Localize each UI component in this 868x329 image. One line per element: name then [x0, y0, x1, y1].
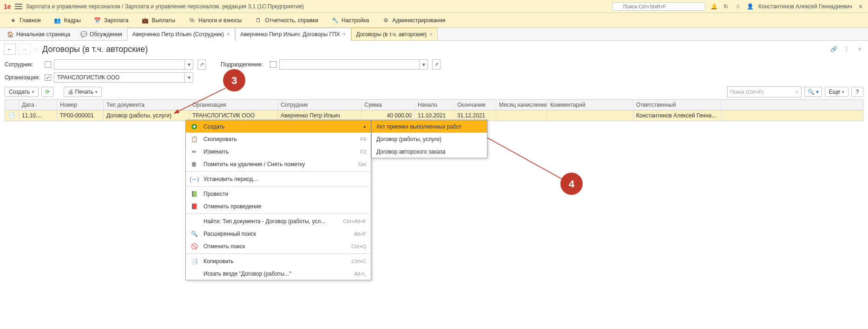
menu-otchet[interactable]: 🗒Отчетность, справки [248, 13, 325, 27]
nav-forward-button[interactable]: → [19, 44, 31, 55]
menu-admin[interactable]: ⚙Администрирование [375, 13, 452, 27]
table-header: Дата↓ Номер Тип документа Организация Со… [5, 100, 863, 110]
table: Дата↓ Номер Тип документа Организация Со… [5, 99, 863, 121]
col-org[interactable]: Организация [190, 100, 278, 110]
logo-1c: 1e [4, 3, 11, 10]
close-icon[interactable]: × [429, 31, 433, 38]
menu-vyplaty[interactable]: 💼Выплаты [135, 13, 182, 27]
menu-main[interactable]: ★Главное [3, 13, 47, 27]
home-icon: 🏠 [7, 31, 13, 38]
toolbar: Создать▾ ⟳ 🖨Печать▾ Поиск (Ctrl+F)× 🔍▾ Е… [0, 84, 868, 99]
col-month[interactable]: Месяц начисления [496, 100, 547, 110]
row-status-icon: 📄 [5, 110, 19, 121]
global-search-input[interactable] [612, 2, 705, 11]
filter-subdiv-label: Подразделение: [221, 61, 267, 68]
menu-nalogi[interactable]: %Налоги и взносы [182, 13, 248, 27]
list-search-input[interactable]: Поиск (Ctrl+F)× [727, 86, 802, 97]
report-icon: 🗒 [255, 17, 262, 24]
menu-collapse-icon[interactable]: ≡ [857, 3, 864, 10]
print-button[interactable]: 🖨Печать▾ [64, 87, 102, 97]
tab-home[interactable]: 🏠 Начальная страница [2, 28, 75, 40]
menu-kadry[interactable]: 👥Кадры [47, 13, 87, 27]
filter-employee-checkbox[interactable] [45, 61, 51, 68]
favorite-icon[interactable]: ☆ [33, 45, 39, 53]
filters: Сотрудник: .▾ ↗ Подразделение: .▾ ↗ Орга… [0, 58, 868, 84]
history-icon[interactable]: ↻ [722, 3, 730, 10]
user-name[interactable]: Константинов Алексей Геннадиевич [758, 3, 852, 10]
wallet-icon: 💼 [141, 17, 149, 24]
more-button[interactable]: Еще▾ [825, 87, 848, 97]
chat-icon: 💬 [80, 31, 87, 38]
filter-subdiv-checkbox[interactable] [270, 61, 276, 68]
col-date[interactable]: Дата↓ [19, 100, 57, 110]
gear-icon: ⚙ [382, 17, 389, 24]
calendar-icon: 📅 [94, 17, 101, 24]
find-button[interactable]: 🔍▾ [804, 87, 822, 97]
refresh-button[interactable]: ⟳ [41, 87, 53, 97]
filter-org-checkbox[interactable] [45, 74, 51, 81]
tab-contracts[interactable]: Договоры (в т.ч. авторские)× [351, 28, 438, 41]
tab-discussions[interactable]: 💬 Обсуждения [75, 28, 127, 40]
close-icon[interactable]: × [227, 31, 230, 38]
sub-act[interactable]: Акт приемки выполненных работ [372, 120, 487, 121]
menu-zarplata[interactable]: 📅Зарплата [87, 13, 135, 27]
help-button[interactable]: ? [851, 87, 863, 97]
close-icon[interactable]: × [343, 31, 346, 38]
user-icon[interactable]: 👤 [746, 3, 754, 10]
page-title: Договоры (в т.ч. авторские) [42, 45, 148, 54]
page-head: ← → ☆ Договоры (в т.ч. авторские) 🔗 ⋮ × [0, 41, 868, 58]
menu-nastroika[interactable]: 🔧Настройка [325, 13, 375, 27]
tabbar: 🏠 Начальная страница 💬 Обсуждения Аверче… [0, 28, 868, 41]
link-icon[interactable]: 🔗 [829, 45, 838, 54]
col-start[interactable]: Начало [415, 100, 454, 110]
tab-gph[interactable]: Аверченко Петр Ильич: Договоры ГПХ× [235, 28, 351, 41]
filter-subdiv-select[interactable]: .▾ [279, 59, 428, 70]
filter-employee-select[interactable]: .▾ [54, 59, 193, 70]
cm-create[interactable]: Создать ▸ [186, 120, 371, 121]
create-button[interactable]: Создать▾ [5, 87, 39, 97]
sort-down-icon: ↓ [36, 103, 38, 107]
col-type[interactable]: Тип документа [104, 100, 190, 110]
submenu-create: Акт приемки выполненных работ Договор (р… [371, 120, 487, 121]
open-employee-button[interactable]: ↗ [197, 59, 206, 70]
chevron-down-icon[interactable]: ▾ [419, 60, 427, 69]
col-sum[interactable]: Сумма [362, 100, 415, 110]
col-resp[interactable]: Ответственный [633, 100, 722, 110]
wrench-icon: 🔧 [331, 17, 339, 24]
col-status[interactable] [5, 100, 19, 110]
close-page-button[interactable]: × [855, 45, 864, 54]
col-num[interactable]: Номер [57, 100, 104, 110]
table-row[interactable]: 📄 11.10.... ТР00-000001 Договор (работы,… [5, 110, 863, 121]
hamburger-icon[interactable] [15, 4, 22, 9]
menubar: ★Главное 👥Кадры 📅Зарплата 💼Выплаты %Нало… [0, 13, 868, 28]
col-comment[interactable]: Комментарий [547, 100, 633, 110]
titlebar: 1e Зарплата и управление персоналом / За… [0, 0, 868, 13]
chevron-down-icon[interactable]: ▾ [184, 73, 193, 82]
clear-search-button[interactable]: × [795, 89, 798, 95]
star-icon: ★ [9, 17, 17, 24]
filter-employee-label: Сотрудник: [5, 61, 42, 68]
nav-back-button[interactable]: ← [4, 44, 16, 55]
tab-employee[interactable]: Аверченко Петр Ильич (Сотрудник)× [127, 28, 235, 41]
col-end[interactable]: Окончание [454, 100, 496, 110]
context-menu: Создать ▸ 📋 Скопировать F9 ✏ Изменить F2… [185, 120, 371, 121]
app-title: Зарплата и управление персоналом / Зарпл… [26, 3, 609, 10]
people-icon: 👥 [54, 17, 61, 24]
filter-org-select[interactable]: ТРАНСЛОГИСТИК ООО▾ [54, 72, 193, 83]
filter-org-label: Организация: [5, 74, 42, 81]
printer-icon: 🖨 [68, 89, 73, 95]
star-icon[interactable]: ☆ [734, 3, 742, 10]
bell-icon[interactable]: 🔔 [710, 3, 717, 10]
chevron-down-icon[interactable]: ▾ [184, 60, 193, 69]
col-emp[interactable]: Сотрудник [278, 100, 362, 110]
percent-icon: % [188, 17, 196, 24]
open-subdiv-button[interactable]: ↗ [432, 59, 441, 70]
kebab-icon[interactable]: ⋮ [842, 45, 851, 54]
search-icon: 🔍 [808, 89, 815, 95]
